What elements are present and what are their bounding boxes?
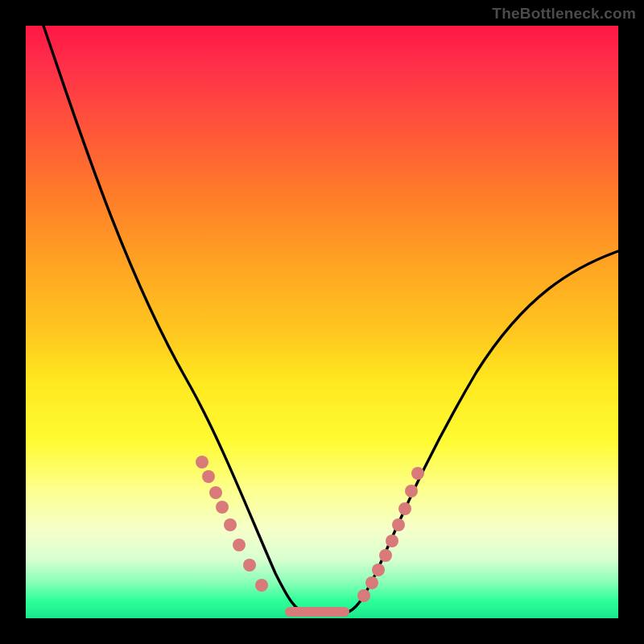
marker-dot xyxy=(405,485,418,497)
marker-dot xyxy=(386,535,398,547)
bottleneck-curve-svg xyxy=(26,26,618,618)
bottleneck-curve xyxy=(43,26,618,613)
marker-dot xyxy=(224,518,237,531)
marker-dot xyxy=(411,467,424,480)
chart-frame: TheBottleneck.com xyxy=(0,0,644,644)
marker-bottom-bar xyxy=(285,607,349,617)
marker-dot xyxy=(379,549,392,562)
marker-dot xyxy=(233,539,246,551)
marker-dot xyxy=(255,579,268,592)
marker-dot xyxy=(392,518,405,531)
marker-dot xyxy=(216,501,229,514)
marker-dot xyxy=(357,589,370,602)
marker-dot xyxy=(365,576,378,589)
plot-area xyxy=(26,26,618,618)
marker-dot xyxy=(372,564,385,576)
marker-dot xyxy=(202,470,215,483)
marker-dot xyxy=(209,486,222,499)
marker-dot xyxy=(243,559,256,572)
marker-dot xyxy=(398,502,411,515)
marker-dot xyxy=(196,456,208,469)
watermark-text: TheBottleneck.com xyxy=(492,5,636,23)
